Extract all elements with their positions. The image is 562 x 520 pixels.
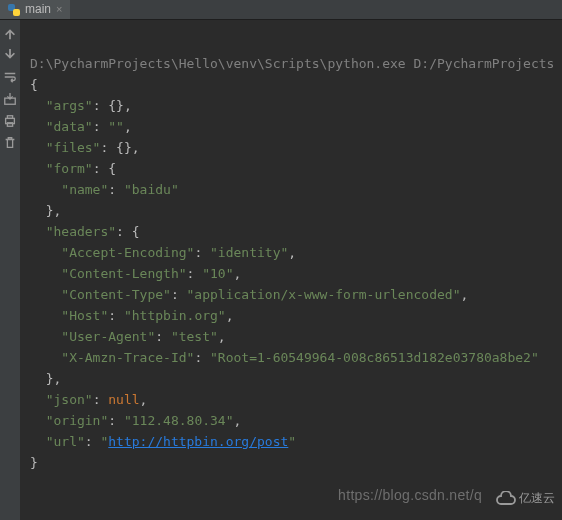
print-icon[interactable] (3, 114, 17, 128)
url-link[interactable]: http://httpbin.org/post (108, 434, 288, 449)
trash-icon[interactable] (3, 136, 17, 150)
exec-path-line: D:\PycharmProjects\Hello\venv\Scripts\py… (30, 56, 554, 71)
tab-label: main (25, 0, 51, 20)
watermark-url: https://blog.csdn.net/q (338, 485, 482, 506)
tab-main[interactable]: main × (0, 0, 70, 19)
python-icon (8, 4, 20, 16)
action-gutter (0, 20, 20, 520)
watermark-brand: 亿速云 (495, 488, 555, 509)
tab-close-icon[interactable]: × (56, 0, 62, 20)
tab-bar: main × (0, 0, 562, 20)
wrap-icon[interactable] (3, 70, 17, 84)
svg-rect-3 (7, 123, 12, 127)
cloud-icon (495, 491, 517, 507)
svg-rect-2 (7, 116, 12, 119)
arrow-up-icon[interactable] (3, 26, 17, 40)
export-icon[interactable] (3, 92, 17, 106)
arrow-down-icon[interactable] (3, 48, 17, 62)
console-output: D:\PycharmProjects\Hello\venv\Scripts\py… (20, 20, 562, 520)
